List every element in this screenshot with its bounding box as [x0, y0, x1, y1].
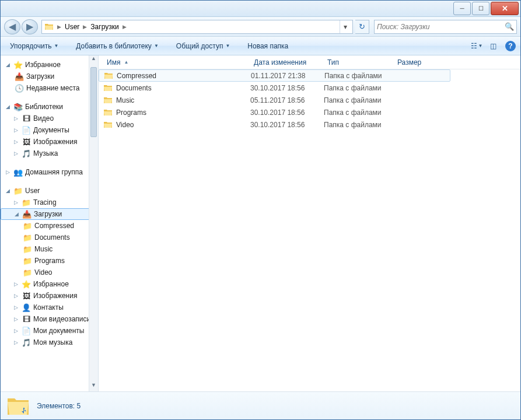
tree-item-videos[interactable]: ▷🎞Видео — [1, 113, 98, 124]
tree-item-recent[interactable]: 🕓Недавние места — [1, 82, 98, 94]
expand-icon[interactable]: ▷ — [12, 293, 19, 299]
organize-button[interactable]: Упорядочить▼ — [5, 40, 63, 52]
preview-pane-icon: ◫ — [490, 42, 496, 50]
share-label: Общий доступ — [176, 42, 223, 50]
user-folder[interactable]: ◢📁User — [1, 185, 98, 197]
search-icon[interactable]: 🔍 — [505, 22, 514, 31]
share-button[interactable]: Общий доступ▼ — [172, 40, 235, 52]
expand-icon[interactable]: ▷ — [12, 116, 19, 121]
forward-button[interactable]: ▶ — [22, 19, 38, 34]
expand-icon[interactable]: ▷ — [12, 328, 19, 334]
tree-item-music[interactable]: ▷🎵Музыка — [1, 148, 98, 159]
tree-item-favorites[interactable]: ▷⭐Избранное — [1, 278, 98, 290]
expand-icon[interactable]: ▷ — [12, 316, 19, 322]
tree-item[interactable]: 📁Video — [1, 267, 98, 278]
favorites-group[interactable]: ◢⭐Избранное — [1, 59, 98, 71]
document-icon: 📄 — [22, 125, 31, 135]
file-rows: Compressed01.11.2017 21:38Папка с файлам… — [99, 69, 520, 391]
tree-item[interactable]: 📁Documents — [1, 232, 98, 243]
file-row[interactable]: Documents30.10.2017 18:56Папка с файлами — [99, 82, 520, 94]
file-row[interactable]: Programs30.10.2017 18:56Папка с файлами — [99, 106, 520, 118]
pictures-icon: 🖼 — [22, 291, 31, 300]
tree-item-downloads[interactable]: 📥Загрузки — [1, 71, 98, 82]
tree-item-tracing[interactable]: ▷📁Tracing — [1, 197, 98, 208]
collapse-icon[interactable]: ◢ — [4, 188, 11, 194]
tree-item-pictures[interactable]: ▷🖼Изображения — [1, 136, 98, 148]
column-type[interactable]: Тип — [324, 58, 394, 66]
close-button[interactable]: ✕ — [491, 2, 519, 15]
tree-item[interactable]: 📁Music — [1, 243, 98, 255]
tree-item-contacts[interactable]: ▷👤Контакты — [1, 302, 98, 313]
expand-icon[interactable]: ▷ — [12, 281, 19, 287]
folder-icon: 📁 — [22, 198, 31, 207]
pictures-icon: 🖼 — [22, 137, 31, 146]
file-date: 30.10.2017 18:56 — [250, 84, 324, 92]
breadcrumb[interactable]: ▶ User ▶ Загрузки ▶ ▾ — [41, 20, 353, 34]
search-input[interactable] — [377, 23, 505, 31]
expand-icon[interactable]: ▷ — [12, 340, 19, 345]
folder-icon — [104, 71, 113, 80]
column-label: Дата изменения — [254, 58, 306, 66]
scroll-up-icon[interactable]: ▲ — [89, 55, 98, 65]
add-to-library-button[interactable]: Добавить в библиотеку▼ — [71, 40, 163, 52]
chevron-right-icon[interactable]: ▶ — [56, 24, 62, 30]
tree-item-myvideos[interactable]: ▷🎞Мои видеозаписи — [1, 313, 98, 325]
tree-label: Video — [34, 268, 52, 276]
scrollbar-thumb[interactable] — [90, 67, 97, 137]
column-size[interactable]: Размер — [394, 58, 440, 66]
tree-item[interactable]: 📁Compressed — [1, 220, 98, 232]
tree-item-mymusic[interactable]: ▷🎵Моя музыка — [1, 337, 98, 348]
libraries-group[interactable]: ◢📚Библиотеки — [1, 101, 98, 113]
homegroup-icon: 👥 — [13, 167, 23, 177]
expand-icon[interactable]: ▷ — [4, 169, 11, 175]
chevron-right-icon[interactable]: ▶ — [82, 24, 88, 30]
collapse-icon[interactable]: ◢ — [4, 104, 11, 110]
tree-label: Видео — [33, 114, 54, 123]
file-date: 05.11.2017 18:56 — [250, 96, 324, 104]
tree-item[interactable]: 📁Programs — [1, 255, 98, 267]
refresh-button[interactable]: ↻ — [355, 20, 369, 34]
preview-pane-button[interactable]: ◫ — [485, 40, 501, 52]
collapse-icon[interactable]: ◢ — [4, 62, 11, 68]
expand-icon[interactable]: ▷ — [12, 200, 19, 205]
expand-icon[interactable]: ▷ — [12, 139, 19, 145]
column-name[interactable]: Имя▲ — [103, 58, 250, 66]
column-date[interactable]: Дата изменения — [250, 58, 324, 66]
file-row[interactable]: Compressed01.11.2017 21:38Папка с файлам… — [99, 69, 450, 82]
folder-icon — [103, 96, 113, 105]
status-text: Элементов: 5 — [37, 402, 81, 410]
tree-label: User — [25, 187, 40, 195]
file-row[interactable]: Music05.11.2017 18:56Папка с файлами — [99, 94, 520, 106]
expand-icon[interactable]: ▷ — [12, 304, 19, 310]
tree-label: Загрузки — [34, 210, 62, 218]
titlebar: ─ ☐ ✕ — [1, 1, 520, 17]
help-button[interactable]: ? — [505, 41, 516, 51]
chevron-down-icon: ▼ — [225, 43, 230, 48]
collapse-icon[interactable]: ◢ — [13, 211, 20, 217]
sidebar-scrollbar[interactable]: ▲ ▼ — [89, 55, 98, 391]
expand-icon[interactable]: ▷ — [12, 150, 19, 156]
body: ◢⭐Избранное 📥Загрузки 🕓Недавние места ◢📚… — [1, 55, 520, 391]
view-options-button[interactable]: ☷▼ — [469, 40, 484, 52]
search-box[interactable]: 🔍 — [374, 20, 517, 34]
minimize-button[interactable]: ─ — [453, 2, 471, 15]
tree-item-mydocs[interactable]: ▷📄Мои документы — [1, 325, 98, 337]
expand-icon[interactable]: ▷ — [12, 127, 19, 133]
tree-item-pictures[interactable]: ▷🖼Изображения — [1, 290, 98, 302]
chevron-down-icon: ▾ — [344, 23, 347, 31]
homegroup[interactable]: ▷👥Домашняя группа — [1, 166, 98, 178]
chevron-right-icon[interactable]: ▶ — [121, 24, 128, 30]
scroll-down-icon[interactable]: ▼ — [89, 382, 98, 391]
file-row[interactable]: Video30.10.2017 18:56Папка с файлами — [99, 118, 520, 131]
tree-label: Изображения — [33, 292, 77, 300]
breadcrumb-dropdown[interactable]: ▾ — [340, 20, 350, 33]
tree-item-downloads-selected[interactable]: ◢📥Загрузки — [1, 208, 90, 220]
new-folder-button[interactable]: Новая папка — [243, 40, 293, 52]
file-name: Documents — [116, 84, 152, 92]
breadcrumb-segment[interactable]: Загрузки — [88, 23, 121, 31]
downloads-folder-icon — [6, 394, 30, 418]
breadcrumb-segment[interactable]: User — [62, 23, 82, 31]
tree-item-documents[interactable]: ▷📄Документы — [1, 124, 98, 136]
maximize-button[interactable]: ☐ — [472, 2, 489, 15]
back-button[interactable]: ◀ — [4, 19, 20, 34]
